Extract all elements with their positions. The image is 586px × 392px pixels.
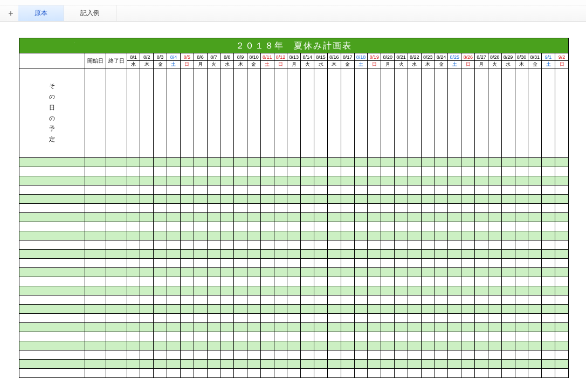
task-day-cell[interactable] — [501, 268, 515, 277]
schedule-cell[interactable] — [395, 68, 408, 158]
task-day-cell[interactable] — [301, 323, 314, 332]
task-end-cell[interactable] — [106, 360, 127, 369]
task-day-cell[interactable] — [421, 360, 435, 369]
task-day-cell[interactable] — [301, 360, 314, 369]
task-day-cell[interactable] — [448, 332, 461, 341]
task-day-cell[interactable] — [448, 185, 461, 195]
task-day-cell[interactable] — [381, 277, 395, 286]
task-day-cell[interactable] — [260, 350, 274, 360]
task-end-cell[interactable] — [106, 240, 127, 250]
task-day-cell[interactable] — [501, 360, 515, 369]
task-day-cell[interactable] — [127, 332, 140, 341]
task-day-cell[interactable] — [354, 204, 368, 213]
task-day-cell[interactable] — [260, 341, 274, 350]
task-day-cell[interactable] — [247, 286, 260, 295]
task-day-cell[interactable] — [207, 185, 220, 195]
task-day-cell[interactable] — [234, 323, 247, 332]
task-day-cell[interactable] — [167, 176, 181, 185]
task-day-cell[interactable] — [274, 323, 287, 332]
task-day-cell[interactable] — [448, 286, 461, 295]
task-day-cell[interactable] — [475, 250, 488, 259]
task-day-cell[interactable] — [555, 350, 569, 360]
task-start-cell[interactable] — [85, 268, 106, 277]
task-day-cell[interactable] — [354, 314, 368, 323]
task-day-cell[interactable] — [287, 240, 301, 250]
task-day-cell[interactable] — [274, 158, 287, 167]
task-day-cell[interactable] — [127, 286, 140, 295]
task-day-cell[interactable] — [341, 305, 354, 314]
task-day-cell[interactable] — [274, 222, 287, 231]
task-day-cell[interactable] — [167, 213, 181, 222]
task-day-cell[interactable] — [274, 167, 287, 176]
task-day-cell[interactable] — [475, 360, 488, 369]
task-day-cell[interactable] — [368, 268, 381, 277]
task-day-cell[interactable] — [287, 341, 301, 350]
task-day-cell[interactable] — [327, 286, 341, 295]
task-day-cell[interactable] — [140, 213, 154, 222]
task-day-cell[interactable] — [140, 323, 154, 332]
task-day-cell[interactable] — [220, 268, 234, 277]
task-day-cell[interactable] — [301, 158, 314, 167]
task-day-cell[interactable] — [247, 213, 260, 222]
task-day-cell[interactable] — [461, 277, 475, 286]
task-day-cell[interactable] — [461, 176, 475, 185]
task-day-cell[interactable] — [368, 295, 381, 305]
task-day-cell[interactable] — [127, 240, 140, 250]
task-day-cell[interactable] — [180, 369, 194, 378]
task-day-cell[interactable] — [395, 305, 408, 314]
task-day-cell[interactable] — [260, 305, 274, 314]
task-day-cell[interactable] — [140, 305, 154, 314]
task-day-cell[interactable] — [287, 268, 301, 277]
task-day-cell[interactable] — [194, 167, 207, 176]
task-day-cell[interactable] — [408, 213, 421, 222]
task-day-cell[interactable] — [542, 195, 555, 204]
task-day-cell[interactable] — [234, 305, 247, 314]
task-day-cell[interactable] — [287, 231, 301, 240]
task-day-cell[interactable] — [327, 231, 341, 240]
task-day-cell[interactable] — [395, 259, 408, 268]
task-day-cell[interactable] — [475, 332, 488, 341]
task-day-cell[interactable] — [194, 204, 207, 213]
task-day-cell[interactable] — [341, 204, 354, 213]
task-day-cell[interactable] — [461, 332, 475, 341]
task-day-cell[interactable] — [154, 350, 167, 360]
task-day-cell[interactable] — [167, 314, 181, 323]
task-day-cell[interactable] — [528, 195, 542, 204]
task-day-cell[interactable] — [341, 268, 354, 277]
task-start-cell[interactable] — [85, 341, 106, 350]
task-day-cell[interactable] — [194, 250, 207, 259]
task-day-cell[interactable] — [234, 332, 247, 341]
task-day-cell[interactable] — [555, 341, 569, 350]
task-day-cell[interactable] — [314, 332, 328, 341]
task-day-cell[interactable] — [421, 350, 435, 360]
task-day-cell[interactable] — [154, 176, 167, 185]
schedule-cell[interactable] — [528, 68, 542, 158]
task-day-cell[interactable] — [368, 350, 381, 360]
task-day-cell[interactable] — [395, 323, 408, 332]
task-day-cell[interactable] — [488, 323, 501, 332]
task-day-cell[interactable] — [194, 323, 207, 332]
task-day-cell[interactable] — [542, 185, 555, 195]
task-day-cell[interactable] — [327, 360, 341, 369]
task-end-cell[interactable] — [106, 195, 127, 204]
task-day-cell[interactable] — [515, 332, 528, 341]
task-day-cell[interactable] — [448, 295, 461, 305]
task-name-cell[interactable] — [19, 240, 85, 250]
task-day-cell[interactable] — [327, 341, 341, 350]
task-day-cell[interactable] — [435, 286, 448, 295]
task-name-cell[interactable] — [19, 268, 85, 277]
task-day-cell[interactable] — [421, 332, 435, 341]
task-day-cell[interactable] — [475, 305, 488, 314]
task-day-cell[interactable] — [154, 277, 167, 286]
task-day-cell[interactable] — [475, 195, 488, 204]
task-day-cell[interactable] — [475, 231, 488, 240]
task-day-cell[interactable] — [154, 213, 167, 222]
task-day-cell[interactable] — [368, 332, 381, 341]
task-day-cell[interactable] — [488, 195, 501, 204]
task-day-cell[interactable] — [260, 222, 274, 231]
task-day-cell[interactable] — [528, 305, 542, 314]
task-day-cell[interactable] — [247, 204, 260, 213]
task-day-cell[interactable] — [140, 222, 154, 231]
task-day-cell[interactable] — [194, 240, 207, 250]
task-day-cell[interactable] — [341, 323, 354, 332]
